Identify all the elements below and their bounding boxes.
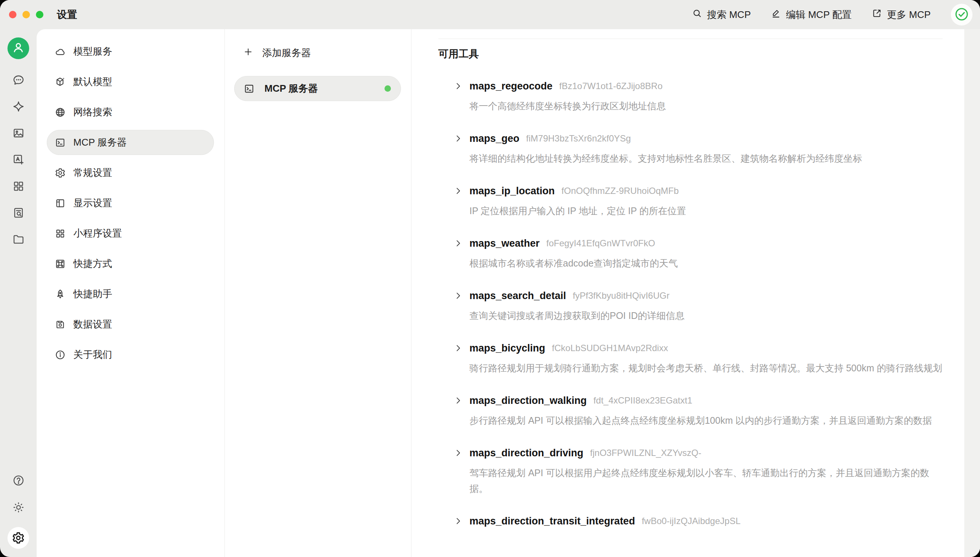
edit-pencil-icon xyxy=(771,8,781,21)
tool-id: fyPf3fKbyu8itHQivI6UGr xyxy=(573,290,670,301)
sidebar-item-label: 网络搜索 xyxy=(73,106,112,119)
app-icon-rail xyxy=(0,29,37,557)
tool-name: maps_ip_location xyxy=(469,185,555,197)
document-search-icon[interactable] xyxy=(11,205,26,220)
sidebar-item-label: 小程序设置 xyxy=(73,227,122,240)
tool-name: maps_bicycling xyxy=(469,342,545,354)
tool-id: fCkoLbSUDGH1MAvp2Rdixx xyxy=(552,343,668,353)
add-server-button[interactable]: 添加服务器 xyxy=(234,41,401,65)
server-detail-main: 可用工具 maps_regeocode fBz1o7W1ot1-6ZJijo8B… xyxy=(411,29,980,557)
chevron-right-icon[interactable] xyxy=(453,291,463,301)
tool-id: foFegyI41EfqGnWTvr0FkO xyxy=(547,238,655,249)
tool-name: maps_regeocode xyxy=(469,80,552,92)
avatar[interactable] xyxy=(8,37,29,59)
translate-icon[interactable] xyxy=(11,152,26,166)
sidebar-item-display-settings[interactable]: 显示设置 xyxy=(47,191,214,216)
tool-expand-row[interactable]: maps_weather foFegyI41EfqGnWTvr0FkO xyxy=(438,236,943,251)
tool-id: fiM79H3bzTsXr6n2kf0YSg xyxy=(526,133,631,144)
chevron-right-icon[interactable] xyxy=(453,448,463,458)
sidebar-item-label: 关于我们 xyxy=(73,348,112,361)
tool-name: maps_weather xyxy=(469,238,540,249)
tool-name: maps_direction_walking xyxy=(469,395,587,407)
tool-id: fOnOQfhmZZ-9RUhoiOqMFb xyxy=(561,186,678,196)
help-icon[interactable] xyxy=(11,473,26,487)
tool-expand-row[interactable]: maps_direction_walking fdt_4xCPII8ex23EG… xyxy=(438,393,943,408)
info-icon xyxy=(55,349,66,360)
sidebar-item-label: 快捷方式 xyxy=(73,257,112,270)
settings-sidebar: 模型服务 默认模型 网络搜索 MCP 服务器 常规设置 xyxy=(37,29,224,557)
rail-nav xyxy=(11,73,26,246)
tool-id: fBz1o7W1ot1-6ZJijo8BRo xyxy=(559,81,662,91)
sidebar-item-general-settings[interactable]: 常规设置 xyxy=(47,160,214,185)
apps-grid-icon[interactable] xyxy=(11,179,26,193)
theme-sun-icon[interactable] xyxy=(11,500,26,514)
chevron-right-icon[interactable] xyxy=(453,238,463,248)
scrollbar-track[interactable] xyxy=(964,29,980,557)
tool-item: maps_direction_transit_integrated fwBo0-… xyxy=(438,513,943,529)
chat-icon[interactable] xyxy=(11,73,26,87)
tool-expand-row[interactable]: maps_geo fiM79H3bzTsXr6n2kf0YSg xyxy=(438,131,943,146)
titlebar: 设置 搜索 MCP 编辑 MCP 配置 更多 MCP xyxy=(0,0,980,29)
tool-id: fjnO3FPWILZNL_XZYvszQ- xyxy=(590,448,701,458)
sidebar-item-label: 默认模型 xyxy=(73,75,112,88)
sidebar-item-quick-assistant[interactable]: 快捷助手 xyxy=(47,282,214,306)
chevron-right-icon[interactable] xyxy=(453,516,463,526)
folder-icon[interactable] xyxy=(11,232,26,246)
tool-expand-row[interactable]: maps_ip_location fOnOQfhmZZ-9RUhoiOqMFb xyxy=(438,183,943,199)
image-icon[interactable] xyxy=(11,126,26,140)
tool-description: 根据城市名称或者标准adcode查询指定城市的天气 xyxy=(469,255,943,271)
tool-expand-row[interactable]: maps_bicycling fCkoLbSUDGH1MAvp2Rdixx xyxy=(438,340,943,356)
sidebar-item-default-models[interactable]: 默认模型 xyxy=(47,69,214,94)
sidebar-item-shortcuts[interactable]: 快捷方式 xyxy=(47,251,214,276)
sidebar-item-label: 常规设置 xyxy=(73,166,112,179)
add-server-label: 添加服务器 xyxy=(262,46,311,60)
close-window-button[interactable] xyxy=(9,11,16,18)
sidebar-item-about-us[interactable]: 关于我们 xyxy=(47,342,214,367)
sidebar-item-model-services[interactable]: 模型服务 xyxy=(47,39,214,64)
tool-item: maps_ip_location fOnOQfhmZZ-9RUhoiOqMFb … xyxy=(438,183,943,218)
tool-description: 步行路径规划 API 可以根据输入起点终点经纬度坐标规划100km 以内的步行通… xyxy=(469,412,943,428)
chevron-right-icon[interactable] xyxy=(453,396,463,406)
server-active-toggle[interactable] xyxy=(951,4,972,26)
tool-name: maps_geo xyxy=(469,133,519,145)
chevron-right-icon[interactable] xyxy=(453,186,463,196)
plus-icon xyxy=(243,47,253,60)
tool-expand-row[interactable]: maps_regeocode fBz1o7W1ot1-6ZJijo8BRo xyxy=(438,78,943,94)
chevron-right-icon[interactable] xyxy=(453,343,463,353)
more-mcp-button[interactable]: 更多 MCP xyxy=(872,8,931,21)
settings-panel: 模型服务 默认模型 网络搜索 MCP 服务器 常规设置 xyxy=(37,29,980,557)
tool-name: maps_search_detail xyxy=(469,290,566,302)
sidebar-item-label: 显示设置 xyxy=(73,197,112,210)
sidebar-item-web-search[interactable]: 网络搜索 xyxy=(47,99,214,125)
sidebar-item-mcp-servers[interactable]: MCP 服务器 xyxy=(47,130,214,155)
edit-mcp-config-button[interactable]: 编辑 MCP 配置 xyxy=(771,8,852,21)
tool-expand-row[interactable]: maps_search_detail fyPf3fKbyu8itHQivI6UG… xyxy=(438,288,943,303)
sidebar-item-miniprogram-settings[interactable]: 小程序设置 xyxy=(47,221,214,246)
server-status-dot xyxy=(385,85,391,92)
edit-mcp-config-label: 编辑 MCP 配置 xyxy=(786,8,852,21)
settings-window: 设置 搜索 MCP 编辑 MCP 配置 更多 MCP xyxy=(0,0,980,557)
tool-id: fdt_4xCPII8ex23EGatxt1 xyxy=(594,395,692,406)
server-name: MCP 服务器 xyxy=(264,82,318,95)
tool-description: 驾车路径规划 API 可以根据用户起终点经纬度坐标规划以小客车、轿车通勤出行的方… xyxy=(469,465,943,496)
search-mcp-button[interactable]: 搜索 MCP xyxy=(692,8,751,21)
tool-description: 将详细的结构化地址转换为经纬度坐标。支持对地标性名胜景区、建筑物名称解析为经纬度… xyxy=(469,150,943,166)
globe-icon xyxy=(55,107,66,118)
zoom-window-button[interactable] xyxy=(36,11,44,18)
tool-expand-row[interactable]: maps_direction_transit_integrated fwBo0-… xyxy=(438,513,943,529)
sidebar-item-data-settings[interactable]: 数据设置 xyxy=(47,312,214,337)
minimize-window-button[interactable] xyxy=(23,11,30,18)
tool-item: maps_search_detail fyPf3fKbyu8itHQivI6UG… xyxy=(438,288,943,323)
sidebar-item-label: 快捷助手 xyxy=(73,287,112,301)
user-icon xyxy=(11,41,26,56)
chevron-right-icon[interactable] xyxy=(453,81,463,91)
sparkle-assistant-icon[interactable] xyxy=(11,99,26,113)
gear-icon xyxy=(55,167,66,179)
tool-item: maps_direction_walking fdt_4xCPII8ex23EG… xyxy=(438,393,943,428)
tool-expand-row[interactable]: maps_direction_driving fjnO3FPWILZNL_XZY… xyxy=(438,445,943,461)
tool-name: maps_direction_transit_integrated xyxy=(469,515,635,527)
chevron-right-icon[interactable] xyxy=(453,134,463,143)
settings-gear-button[interactable] xyxy=(8,527,29,549)
server-item-mcp[interactable]: MCP 服务器 xyxy=(234,76,401,101)
tool-item: maps_geo fiM79H3bzTsXr6n2kf0YSg 将详细的结构化地… xyxy=(438,131,943,166)
